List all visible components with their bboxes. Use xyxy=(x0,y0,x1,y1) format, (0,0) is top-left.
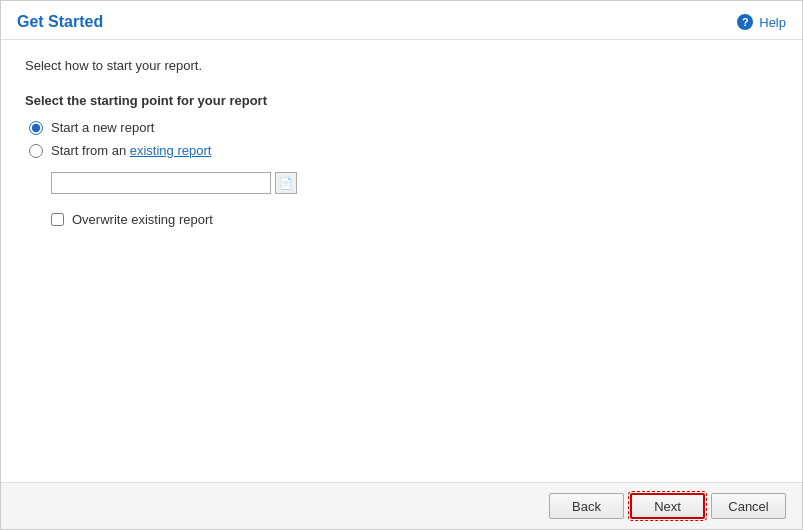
footer: Back Next Cancel xyxy=(1,482,802,529)
back-button[interactable]: Back xyxy=(549,493,624,519)
subtitle: Select how to start your report. xyxy=(25,58,778,73)
help-icon: ? xyxy=(737,14,753,30)
radio-item-existing: Start from an existing report xyxy=(29,143,778,158)
help-link[interactable]: ? Help xyxy=(737,14,786,30)
header: Get Started ? Help xyxy=(1,1,802,40)
page: Get Started ? Help Select how to start y… xyxy=(0,0,803,530)
existing-report-label[interactable]: Start from an existing report xyxy=(51,143,211,158)
radio-group: Start a new report Start from an existin… xyxy=(29,120,778,227)
overwrite-row: Overwrite existing report xyxy=(51,212,778,227)
content-area: Select how to start your report. Select … xyxy=(1,40,802,482)
page-title: Get Started xyxy=(17,13,103,31)
report-path-input[interactable] xyxy=(51,172,271,194)
cancel-button[interactable]: Cancel xyxy=(711,493,786,519)
section-label: Select the starting point for your repor… xyxy=(25,93,778,108)
help-label: Help xyxy=(759,15,786,30)
new-report-radio[interactable] xyxy=(29,121,43,135)
next-button[interactable]: Next xyxy=(630,493,705,519)
existing-report-link: existing report xyxy=(130,143,212,158)
overwrite-checkbox[interactable] xyxy=(51,213,64,226)
overwrite-label[interactable]: Overwrite existing report xyxy=(72,212,213,227)
browse-icon: 📄 xyxy=(279,177,293,190)
new-report-label[interactable]: Start a new report xyxy=(51,120,154,135)
existing-report-input-row: 📄 xyxy=(51,172,778,194)
browse-button[interactable]: 📄 xyxy=(275,172,297,194)
existing-report-radio[interactable] xyxy=(29,144,43,158)
radio-item-new: Start a new report xyxy=(29,120,778,135)
